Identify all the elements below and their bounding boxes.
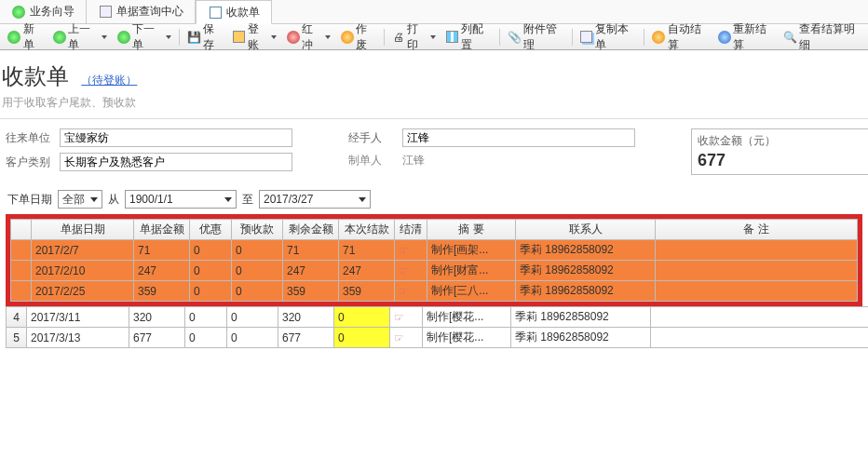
- cell-settle[interactable]: ☞: [395, 261, 427, 281]
- status-badge[interactable]: （待登账）: [81, 74, 137, 87]
- view-settle-button[interactable]: 🔍查看结算明细: [780, 20, 864, 55]
- separator: [644, 29, 644, 46]
- post-icon: [233, 30, 246, 45]
- partner-label: 往来单位: [6, 130, 52, 146]
- cell-note[interactable]: [651, 307, 869, 328]
- separator: [384, 29, 385, 46]
- cell-prepay[interactable]: 0: [232, 261, 283, 281]
- cell-contact[interactable]: 季莉 18962858092: [516, 261, 656, 281]
- cell-thispay[interactable]: 247: [339, 261, 395, 281]
- cust-type-input[interactable]: [60, 153, 292, 171]
- grid-header-row: 单据日期 单据金额 优惠 预收款 剩余金额 本次结款 结清 摘 要 联系人 备 …: [11, 220, 858, 240]
- cell-amount[interactable]: 359: [134, 281, 190, 302]
- cell-summary[interactable]: 制作[财富...: [427, 261, 516, 281]
- table-row[interactable]: 2017/2/7 71 0 0 71 71 ☞ 制作[画架... 季莉 1896…: [11, 240, 858, 261]
- cell-summary[interactable]: 制作[三八...: [427, 281, 516, 302]
- hand-icon: ☞: [399, 285, 412, 298]
- cell-remain[interactable]: 71: [283, 240, 339, 261]
- cell-date[interactable]: 2017/3/11: [27, 307, 129, 328]
- cell-date[interactable]: 2017/2/7: [32, 240, 134, 261]
- cell-discount[interactable]: 0: [190, 281, 232, 302]
- table-row[interactable]: 2017/2/10 247 0 0 247 247 ☞ 制作[财富... 季莉 …: [11, 261, 858, 281]
- cell-date[interactable]: 2017/2/25: [32, 281, 134, 302]
- partner-input[interactable]: [60, 128, 292, 147]
- cell-summary[interactable]: 制作[樱花...: [423, 307, 511, 328]
- save-icon: 💾: [187, 30, 201, 45]
- cell-contact[interactable]: 季莉 18962858092: [516, 240, 656, 261]
- cell-summary[interactable]: 制作[樱花...: [423, 328, 511, 348]
- col-amount[interactable]: 单据金额: [134, 220, 190, 240]
- col-prepay[interactable]: 预收款: [232, 220, 283, 240]
- cell-summary[interactable]: 制作[画架...: [427, 240, 516, 261]
- cell-discount[interactable]: 0: [190, 261, 232, 281]
- chevron-down-icon: [325, 35, 331, 39]
- cell-discount[interactable]: 0: [185, 328, 227, 348]
- cell-note[interactable]: [656, 281, 858, 302]
- col-remain[interactable]: 剩余金额: [283, 220, 339, 240]
- new-icon: [7, 30, 21, 45]
- col-summary[interactable]: 摘 要: [427, 220, 516, 240]
- table-row[interactable]: 5 2017/3/13 677 0 0 677 0 ☞ 制作[樱花... 季莉 …: [7, 328, 869, 348]
- chevron-down-icon: [102, 35, 107, 39]
- cell-contact[interactable]: 季莉 18962858092: [516, 281, 656, 302]
- cell-settle[interactable]: ☞: [390, 328, 423, 348]
- col-discount[interactable]: 优惠: [190, 220, 232, 240]
- attach-button[interactable]: 📎附件管理: [504, 20, 568, 55]
- auto-settle-button[interactable]: 自动结算: [648, 20, 712, 55]
- cell-thispay[interactable]: 0: [334, 328, 390, 348]
- cell-thispay[interactable]: 71: [339, 240, 395, 261]
- table-row[interactable]: 4 2017/3/11 320 0 0 320 0 ☞ 制作[樱花... 季莉 …: [7, 307, 869, 328]
- cell-note[interactable]: [656, 240, 858, 261]
- re-settle-button[interactable]: 重新结算: [714, 20, 779, 55]
- cell-note[interactable]: [651, 328, 869, 348]
- cell-settle[interactable]: ☞: [390, 307, 423, 328]
- print-button[interactable]: 🖨打印: [388, 20, 441, 55]
- cell-amount[interactable]: 247: [134, 261, 190, 281]
- columns-button[interactable]: 列配置: [441, 20, 495, 55]
- cell-amount[interactable]: 320: [129, 307, 185, 328]
- handler-input[interactable]: [402, 128, 635, 147]
- cell-remain[interactable]: 320: [278, 307, 334, 328]
- save-button[interactable]: 💾保存: [183, 20, 227, 55]
- range-select[interactable]: 全部: [58, 190, 102, 209]
- settlement-grid-extra: 4 2017/3/11 320 0 0 320 0 ☞ 制作[樱花... 季莉 …: [6, 306, 868, 348]
- table-row[interactable]: 2017/2/25 359 0 0 359 359 ☞ 制作[三八... 季莉 …: [11, 281, 858, 302]
- cell-remain[interactable]: 359: [283, 281, 339, 302]
- col-note[interactable]: 备 注: [656, 220, 858, 240]
- red-button[interactable]: 红冲: [282, 20, 334, 55]
- copy-button[interactable]: 复制本单: [576, 20, 641, 55]
- prev-button[interactable]: 上一单: [49, 20, 112, 55]
- col-settle[interactable]: 结清: [395, 220, 427, 240]
- cell-prepay[interactable]: 0: [227, 328, 278, 348]
- chevron-down-icon: [271, 35, 277, 39]
- date-from-input[interactable]: 1900/1/1: [125, 190, 237, 209]
- cell-prepay[interactable]: 0: [232, 240, 283, 261]
- cell-date[interactable]: 2017/2/10: [32, 261, 134, 281]
- col-thispay[interactable]: 本次结款: [339, 220, 395, 240]
- creator-label: 制单人: [348, 153, 395, 169]
- cell-remain[interactable]: 247: [283, 261, 339, 281]
- new-button[interactable]: 新单: [4, 20, 47, 55]
- cell-amount[interactable]: 71: [134, 240, 190, 261]
- void-button[interactable]: 作废: [336, 20, 380, 55]
- cell-remain[interactable]: 677: [278, 328, 334, 348]
- cell-amount[interactable]: 677: [129, 328, 185, 348]
- cell-contact[interactable]: 季莉 18962858092: [511, 328, 651, 348]
- cell-thispay[interactable]: 359: [339, 281, 395, 302]
- date-to-input[interactable]: 2017/3/27: [259, 190, 371, 209]
- cell-note[interactable]: [656, 261, 858, 281]
- post-button[interactable]: 登账: [229, 20, 281, 55]
- col-date[interactable]: 单据日期: [32, 220, 134, 240]
- cell-settle[interactable]: ☞: [395, 281, 427, 302]
- cell-thispay[interactable]: 0: [334, 307, 390, 328]
- cell-discount[interactable]: 0: [185, 307, 227, 328]
- col-contact[interactable]: 联系人: [516, 220, 656, 240]
- cell-discount[interactable]: 0: [190, 240, 232, 261]
- cell-prepay[interactable]: 0: [232, 281, 283, 302]
- next-button[interactable]: 下一单: [113, 20, 175, 55]
- col-rownum[interactable]: [11, 220, 32, 240]
- cell-date[interactable]: 2017/3/13: [27, 328, 129, 348]
- cell-prepay[interactable]: 0: [227, 307, 278, 328]
- cell-settle[interactable]: ☞: [395, 240, 427, 261]
- cell-contact[interactable]: 季莉 18962858092: [511, 307, 651, 328]
